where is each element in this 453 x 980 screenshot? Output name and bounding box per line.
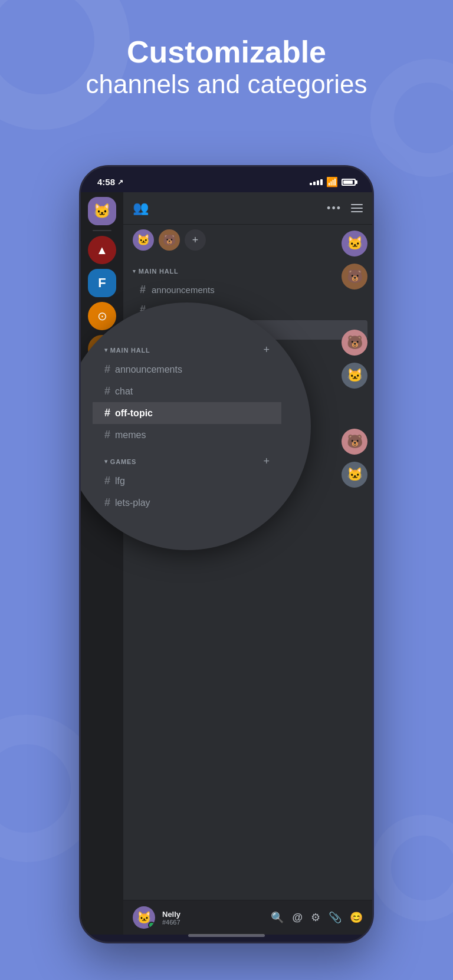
members-row: 🐱 🐻 + <box>123 225 372 255</box>
channel-name: chat <box>152 305 168 315</box>
channel-name: announcements <box>152 285 215 295</box>
right-member-1[interactable]: 🐱 <box>342 231 367 256</box>
channel-afk[interactable]: 🔊 afk <box>128 456 367 473</box>
add-icon: + <box>98 380 106 396</box>
server-icon-fortnite[interactable]: F <box>88 269 116 297</box>
server-divider-1 <box>93 230 111 231</box>
bg-decoration-4 <box>370 815 453 921</box>
user-info: Nelly #4667 <box>162 910 264 926</box>
avatar-circle: 🐻 <box>159 229 180 251</box>
right-member-4[interactable]: 🐱 <box>342 363 367 389</box>
add-member-button[interactable]: + <box>185 229 206 251</box>
channel-header: 👥 ••• <box>123 192 372 225</box>
hash-icon: # <box>137 384 148 396</box>
app-layout: 🐱 ▲ F ⊙ ⊙ + <box>81 192 372 935</box>
channel-name: team-2 <box>152 442 179 452</box>
phone-frame: 4:58 ↗ 📶 🐱 ▲ <box>79 165 374 943</box>
channel-name: team-1 <box>152 424 179 434</box>
user-avatar: 🐱 <box>133 906 155 929</box>
hash-icon: # <box>137 344 148 356</box>
channel-name: lets-play <box>152 405 185 415</box>
header-title-bold: Customizable <box>24 35 429 69</box>
online-status-dot <box>148 922 155 929</box>
user-name: Nelly <box>162 910 264 919</box>
header-title-regular: channels and categories <box>24 69 429 100</box>
hash-icon: # <box>137 284 148 296</box>
header-left: 👥 <box>133 200 149 216</box>
settings-icon[interactable]: ⚙ <box>311 911 320 924</box>
channel-panel: 👥 ••• 🐱 🐻 <box>123 192 372 935</box>
right-spacer <box>342 297 367 323</box>
signal-bar-1 <box>310 183 312 185</box>
hamburger-line-3 <box>351 211 363 212</box>
hamburger-line-2 <box>351 208 363 209</box>
category-name: MAIN HALL <box>139 268 179 275</box>
hash-icon: # <box>137 324 148 336</box>
header-section: Customizable channels and categories <box>0 35 453 100</box>
clip-icon[interactable]: 📎 <box>329 911 342 924</box>
right-member-3[interactable]: 🐻 <box>342 330 367 356</box>
category-name: GAMES <box>139 368 165 375</box>
signal-bar-2 <box>313 182 316 185</box>
hash-icon: # <box>137 304 148 316</box>
channel-team-2[interactable]: 🔊 team-2 <box>128 438 367 455</box>
member-avatar-bear[interactable]: 🐻 <box>159 229 180 251</box>
channel-team-1[interactable]: 🔊 team-1 <box>128 420 367 438</box>
channel-list: ▾ MAIN HALL + # announcements # chat # o… <box>123 255 372 900</box>
voice-icon: 🔊 <box>137 442 148 452</box>
server-divider-2 <box>93 368 111 369</box>
chevron-down-icon: ▾ <box>133 268 136 274</box>
voice-icon: 🔊 <box>137 425 148 434</box>
search-icon[interactable]: 🔍 <box>271 911 284 924</box>
channel-name: lfg <box>152 385 161 395</box>
channel-name: off-topic <box>152 325 187 335</box>
channel-lfg[interactable]: # lfg <box>128 380 367 400</box>
hash-icon: # <box>137 404 148 416</box>
home-indicator <box>188 934 265 937</box>
right-member-5[interactable]: 🐻 <box>342 429 367 455</box>
hamburger-line-1 <box>351 204 363 205</box>
channel-chat[interactable]: # chat <box>128 300 367 320</box>
status-bar: 4:58 ↗ 📶 <box>81 167 372 192</box>
category-games[interactable]: ▾ GAMES + <box>123 360 372 380</box>
right-member-2[interactable]: 🐻 <box>342 264 367 290</box>
server-sidebar: 🐱 ▲ F ⊙ ⊙ + <box>81 192 123 935</box>
channel-lets-play[interactable]: # lets-play <box>128 400 367 420</box>
channel-memes[interactable]: # memes <box>128 340 367 360</box>
avatar-circle: 🐱 <box>133 229 154 251</box>
right-member-list: 🐱 🐻 🐻 🐱 🐻 🐱 <box>337 226 372 492</box>
wifi-icon: 📶 <box>326 176 338 188</box>
signal-bar-4 <box>320 179 323 185</box>
server-icon-overwatch[interactable]: ⊙ <box>88 302 116 330</box>
emoji-icon[interactable]: 😊 <box>350 911 363 924</box>
category-main-hall[interactable]: ▾ MAIN HALL + <box>123 260 372 279</box>
channel-name: afk <box>152 459 163 469</box>
channel-name: memes <box>152 345 180 355</box>
channel-announcements[interactable]: # announcements <box>128 280 367 300</box>
navigation-icon: ↗ <box>117 178 123 186</box>
server-icon-overwatch-2[interactable]: ⊙ <box>88 335 116 363</box>
user-tag: #4667 <box>162 919 264 926</box>
category-label-main-hall: ▾ MAIN HALL <box>133 268 179 275</box>
more-options-icon[interactable]: ••• <box>327 202 342 215</box>
status-icons: 📶 <box>310 176 356 188</box>
hamburger-menu-icon[interactable] <box>351 204 363 212</box>
bottom-bar: 🐱 Nelly #4667 🔍 @ ⚙ 📎 😊 <box>123 900 372 935</box>
battery-icon <box>342 179 356 186</box>
battery-fill <box>343 180 353 184</box>
header-icons: ••• <box>327 202 363 215</box>
bottom-icons: 🔍 @ ⚙ 📎 😊 <box>271 911 363 924</box>
server-icon-active[interactable]: 🐱 <box>88 197 116 225</box>
right-spacer-2 <box>342 396 367 422</box>
add-server-button[interactable]: + <box>88 374 116 402</box>
category-label-games: ▾ GAMES <box>133 368 165 375</box>
member-avatar-cat[interactable]: 🐱 <box>133 229 154 251</box>
right-member-6[interactable]: 🐱 <box>342 462 367 488</box>
channel-off-topic[interactable]: # off-topic <box>128 320 367 340</box>
mention-icon[interactable]: @ <box>292 912 303 924</box>
members-icon: 👥 <box>133 200 149 216</box>
add-member-icon: + <box>192 234 199 246</box>
voice-icon: 🔊 <box>137 460 148 469</box>
server-icon-apex[interactable]: ▲ <box>88 236 116 264</box>
chevron-down-icon: ▾ <box>133 369 136 374</box>
